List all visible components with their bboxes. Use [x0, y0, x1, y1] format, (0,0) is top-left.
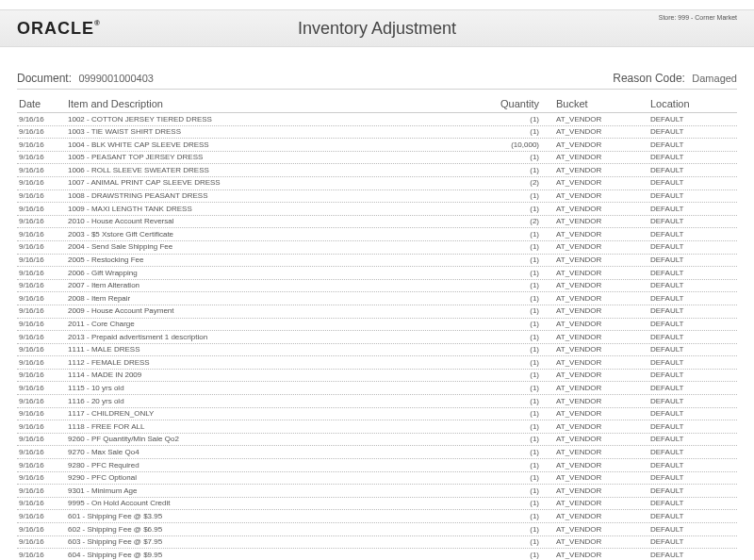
cell-date: 9/16/16 [17, 191, 68, 201]
cell-bucket: AT_VENDOR [549, 255, 643, 265]
cell-date: 9/16/16 [17, 230, 68, 239]
table-row: 9/16/161002 - COTTON JERSEY TIERED DRESS… [17, 113, 737, 126]
cell-bucket: AT_VENDOR [549, 191, 643, 201]
cell-date: 9/16/16 [17, 269, 68, 278]
table-row: 9/16/162003 - $5 Xstore Gift Certificate… [17, 228, 737, 241]
cell-date: 9/16/16 [17, 397, 68, 406]
cell-date: 9/16/16 [17, 166, 68, 175]
cell-qty: (10,000) [492, 140, 549, 150]
cell-qty: (1) [492, 537, 549, 547]
cell-loc: DEFAULT [643, 281, 737, 290]
table-row: 9/16/169260 - PF Quantity/Min Sale Qo2(1… [17, 434, 737, 447]
table-row: 9/16/161008 - DRAWSTRING PEASANT DRESS(1… [17, 190, 737, 204]
cell-qty: (1) [492, 306, 549, 316]
table-row: 9/16/162008 - Item Repair(1)AT_VENDORDEF… [17, 292, 737, 305]
cell-qty: (2) [492, 178, 549, 188]
cell-loc: DEFAULT [643, 473, 737, 483]
cell-date: 9/16/16 [17, 371, 68, 380]
cell-loc: DEFAULT [643, 166, 737, 175]
cell-date: 9/16/16 [17, 345, 68, 354]
table-row: 9/16/161117 - CHILDREN_ONLY(1)AT_VENDORD… [17, 408, 737, 421]
cell-bucket: AT_VENDOR [549, 115, 643, 124]
cell-bucket: AT_VENDOR [549, 140, 643, 150]
cell-loc: DEFAULT [643, 178, 737, 188]
cell-bucket: AT_VENDOR [549, 358, 643, 368]
cell-bucket: AT_VENDOR [549, 537, 643, 547]
table-row: 9/16/16603 - Shipping Fee @ $7.95(1)AT_V… [17, 536, 737, 550]
cell-date: 9/16/16 [17, 435, 68, 444]
col-bucket: Bucket [549, 98, 643, 109]
cell-loc: DEFAULT [643, 345, 737, 354]
table-row: 9/16/169995 - On Hold Account Credit(1)A… [17, 498, 737, 511]
page-title: Inventory Adjustment [298, 19, 456, 39]
cell-qty: (1) [492, 333, 549, 342]
cell-qty: (1) [492, 512, 549, 521]
cell-bucket: AT_VENDOR [549, 525, 643, 535]
cell-date: 9/16/16 [17, 127, 68, 137]
cell-loc: DEFAULT [643, 525, 737, 535]
cell-item: 1008 - DRAWSTRING PEASANT DRESS [68, 191, 492, 201]
table-row: 9/16/16604 - Shipping Fee @ $9.95(1)AT_V… [17, 549, 737, 560]
table-row: 9/16/161118 - FREE FOR ALL(1)AT_VENDORDE… [17, 420, 737, 434]
cell-item: 1007 - ANIMAL PRINT CAP SLEEVE DRESS [68, 178, 492, 188]
cell-item: 1114 - MADE IN 2009 [68, 371, 492, 380]
cell-loc: DEFAULT [643, 486, 737, 496]
header-bar: ORACLE® Inventory Adjustment Store: 999 … [0, 9, 754, 47]
table-row: 9/16/161009 - MAXI LENGTH TANK DRESS(1)A… [17, 203, 737, 216]
cell-bucket: AT_VENDOR [549, 499, 643, 508]
cell-date: 9/16/16 [17, 281, 68, 290]
cell-qty: (1) [492, 422, 549, 432]
table-row: 9/16/162004 - Send Sale Shipping Fee(1)A… [17, 241, 737, 255]
cell-loc: DEFAULT [643, 512, 737, 521]
cell-bucket: AT_VENDOR [549, 384, 643, 393]
cell-date: 9/16/16 [17, 486, 68, 496]
cell-item: 2003 - $5 Xstore Gift Certificate [68, 230, 492, 239]
cell-date: 9/16/16 [17, 512, 68, 521]
cell-qty: (1) [492, 230, 549, 239]
col-qty: Quantity [492, 98, 549, 109]
table-row: 9/16/162010 - House Account Reversal(2)A… [17, 216, 737, 229]
cell-qty: (1) [492, 499, 549, 508]
document-info-row: Document: 0999001000403 Reason Code: Dam… [17, 66, 737, 90]
cell-loc: DEFAULT [643, 306, 737, 316]
cell-bucket: AT_VENDOR [549, 205, 643, 214]
cell-date: 9/16/16 [17, 384, 68, 393]
cell-qty: (1) [492, 448, 549, 457]
oracle-logo: ORACLE® [17, 19, 101, 39]
document-label: Document: [17, 72, 72, 85]
cell-item: 1002 - COTTON JERSEY TIERED DRESS [68, 115, 492, 124]
cell-item: 9260 - PF Quantity/Min Sale Qo2 [68, 435, 492, 444]
cell-loc: DEFAULT [643, 397, 737, 406]
table-row: 9/16/161004 - BLK WHITE CAP SLEEVE DRESS… [17, 139, 737, 152]
cell-date: 9/16/16 [17, 422, 68, 432]
table-row: 9/16/162013 - Prepaid advertisment 1 des… [17, 331, 737, 344]
cell-qty: (1) [492, 153, 549, 162]
cell-loc: DEFAULT [643, 435, 737, 444]
cell-date: 9/16/16 [17, 409, 68, 419]
cell-bucket: AT_VENDOR [549, 422, 643, 432]
cell-loc: DEFAULT [643, 384, 737, 393]
table-row: 9/16/161114 - MADE IN 2009(1)AT_VENDORDE… [17, 370, 737, 383]
reason-code-value: Damaged [692, 73, 737, 84]
cell-bucket: AT_VENDOR [549, 448, 643, 457]
cell-loc: DEFAULT [643, 230, 737, 239]
col-item: Item and Description [68, 98, 492, 109]
cell-date: 9/16/16 [17, 205, 68, 214]
cell-qty: (1) [492, 255, 549, 265]
cell-date: 9/16/16 [17, 294, 68, 304]
table-row: 9/16/161111 - MALE DRESS(1)AT_VENDORDEFA… [17, 344, 737, 357]
reason-code-label: Reason Code: [613, 72, 685, 85]
cell-qty: (1) [492, 320, 549, 329]
cell-date: 9/16/16 [17, 306, 68, 316]
cell-date: 9/16/16 [17, 473, 68, 483]
cell-date: 9/16/16 [17, 525, 68, 535]
cell-item: 1004 - BLK WHITE CAP SLEEVE DRESS [68, 140, 492, 150]
cell-qty: (1) [492, 371, 549, 380]
col-loc: Location [643, 98, 737, 109]
cell-qty: (1) [492, 486, 549, 496]
cell-bucket: AT_VENDOR [549, 333, 643, 342]
cell-date: 9/16/16 [17, 178, 68, 188]
cell-qty: (1) [492, 281, 549, 290]
cell-qty: (1) [492, 115, 549, 124]
table-row: 9/16/161007 - ANIMAL PRINT CAP SLEEVE DR… [17, 177, 737, 190]
